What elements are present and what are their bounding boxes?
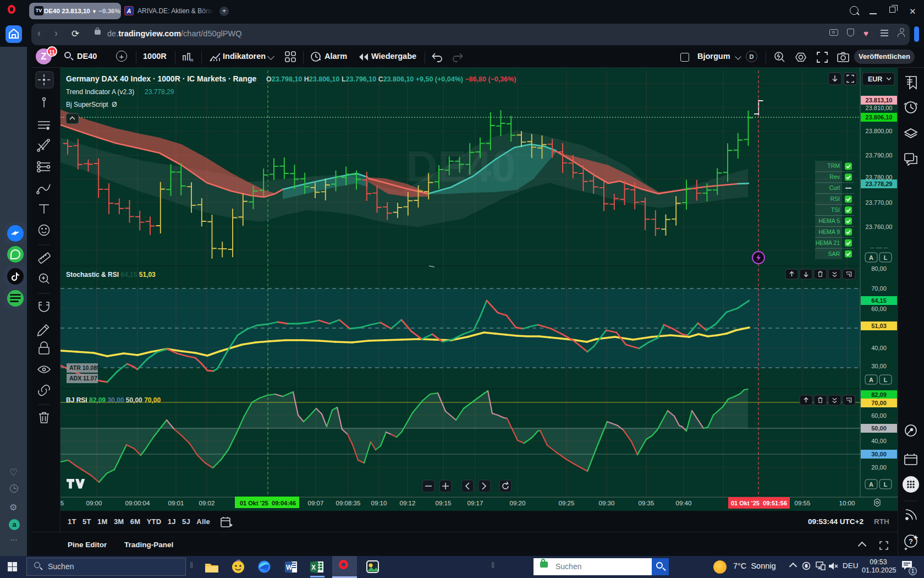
svg-text:09:08:35: 09:08:35 [336,500,361,506]
svg-text:23.770,00: 23.770,00 [866,199,893,206]
svg-text:A: A [869,254,873,261]
svg-text:ATR 10.089: ATR 10.089 [69,364,100,371]
svg-text:L: L [884,377,888,383]
svg-text:L: L [884,481,888,488]
svg-text:HEMA 21: HEMA 21 [816,239,840,246]
svg-text:Rev: Rev [829,173,840,180]
svg-text:5: 5 [61,500,64,506]
svg-text:64,15: 64,15 [871,297,887,304]
svg-text:TSI: TSI [831,206,840,213]
svg-text:BJ RSI 82,09 30,00 50,00 70,00: BJ RSI 82,09 30,00 50,00 70,00 [66,396,161,404]
svg-text:09:02: 09:02 [199,500,215,506]
svg-text:09:55: 09:55 [795,500,811,506]
svg-text:Germany DAX 40 Index · 1000R ·: Germany DAX 40 Index · 1000R · IC Market… [66,74,256,83]
svg-text:09:40: 09:40 [676,500,692,506]
svg-text:40,00: 40,00 [871,438,887,444]
svg-text:10:00: 10:00 [839,500,855,506]
svg-text:TRM: TRM [827,162,840,169]
svg-text:60,00: 60,00 [871,412,887,419]
svg-text:R: R [190,58,194,63]
svg-text:23.778,29: 23.778,29 [145,88,174,96]
svg-text:SAR: SAR [828,250,840,257]
svg-text:09:17: 09:17 [468,500,483,506]
svg-text:01 Okt ’25 09:04:46: 01 Okt ’25 09:04:46 [240,500,296,506]
svg-text:RSI: RSI [830,195,840,202]
svg-text:Bj SuperScript Ø: Bj SuperScript Ø [66,101,117,108]
svg-text:09:00:04: 09:00:04 [125,500,150,506]
svg-text:20,00: 20,00 [871,464,887,471]
svg-text:ADX 11.07: ADX 11.07 [69,375,97,381]
svg-text:?: ? [909,537,913,546]
svg-text:70,00: 70,00 [871,400,887,406]
svg-text:60,00: 60,00 [871,306,887,312]
svg-text:23.806,10: 23.806,10 [866,114,893,121]
svg-text:09:07: 09:07 [308,500,324,506]
svg-text:A: A [869,377,873,383]
svg-text:Curl: Curl [829,184,840,191]
svg-text:L: L [884,254,888,261]
svg-text:51,03: 51,03 [871,323,887,329]
svg-text:23.800,00: 23.800,00 [866,128,893,134]
svg-text:80,00: 80,00 [871,265,887,272]
svg-text:09:12: 09:12 [400,500,416,506]
svg-text:Stochastic & RSI 64,15 51,03: Stochastic & RSI 64,15 51,03 [66,271,156,279]
svg-text:EUR: EUR [868,75,882,83]
svg-text:09:10: 09:10 [371,500,387,506]
svg-text:09:00: 09:00 [86,500,102,506]
svg-text:W: W [286,564,293,571]
svg-text:01 Okt ’25 09:51:56: 01 Okt ’25 09:51:56 [731,500,787,506]
svg-text:23.810,00: 23.810,00 [866,105,893,111]
svg-text:30,00: 30,00 [871,451,887,457]
svg-text:23.790,00: 23.790,00 [866,152,893,159]
svg-text:09:20: 09:20 [510,500,526,506]
svg-text:09:30: 09:30 [599,500,615,506]
svg-text:Trend Indicator A (v2.3): Trend Indicator A (v2.3) [66,88,134,96]
svg-text:30,00: 30,00 [871,363,887,369]
svg-text:-- --- --: -- --- -- [870,244,888,250]
svg-text:09:35: 09:35 [639,500,654,506]
svg-text:70,00: 70,00 [871,285,887,292]
svg-text:09:15: 09:15 [436,500,452,506]
svg-text:09:01: 09:01 [168,500,184,506]
svg-text:O23.798,10 H23.806,10 L23.796,: O23.798,10 H23.806,10 L23.796,10 C23.806… [266,75,516,83]
svg-text:82,09: 82,09 [871,391,887,398]
svg-text:A: A [869,481,873,488]
svg-text:HEMA 9: HEMA 9 [818,228,840,235]
svg-text:23.778,29: 23.778,29 [866,181,893,187]
svg-text:X: X [311,564,316,571]
svg-text:HEMA 5: HEMA 5 [818,217,840,224]
svg-text:40,00: 40,00 [871,345,887,351]
svg-text:23.760,00: 23.760,00 [866,223,893,230]
svg-text:09:25: 09:25 [559,500,575,506]
svg-text:50,00: 50,00 [871,425,887,432]
svg-text:23.813,10: 23.813,10 [866,97,893,103]
